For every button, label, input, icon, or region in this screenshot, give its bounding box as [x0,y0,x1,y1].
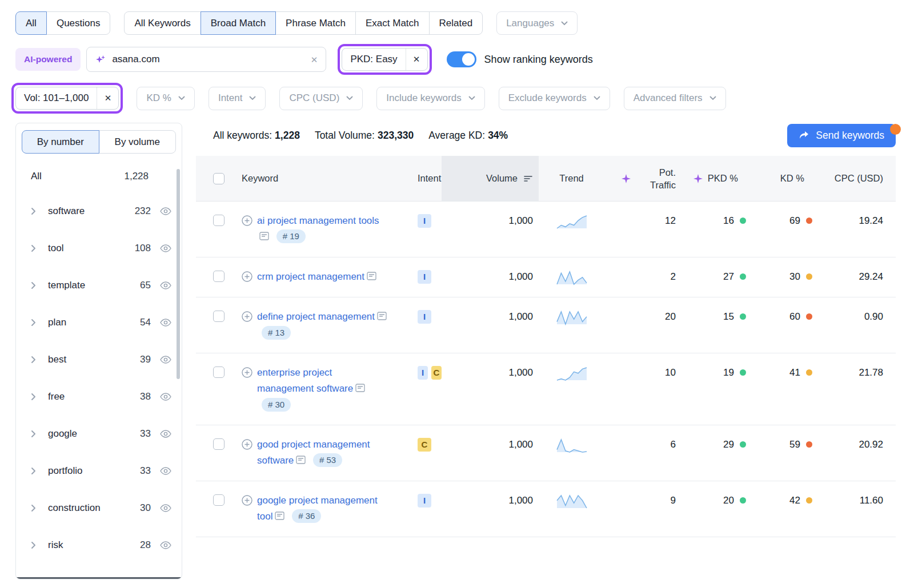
row-checkbox[interactable] [213,494,225,506]
remove-volume-filter-icon[interactable]: ✕ [97,87,118,109]
tab-broad-match[interactable]: Broad Match [201,11,276,35]
keyword-search-box[interactable]: ✕ [86,47,326,72]
add-keyword-icon[interactable] [242,495,252,525]
add-keyword-icon[interactable] [242,271,252,285]
header-pkd[interactable]: PKD % [682,156,753,201]
chevron-right-icon[interactable] [31,541,40,549]
chevron-right-icon[interactable] [31,430,40,438]
header-volume[interactable]: Volume [442,156,539,201]
add-keyword-icon[interactable] [242,311,252,341]
keyword-group-row[interactable]: software232 [16,192,182,229]
chevron-right-icon[interactable] [31,244,40,252]
eye-icon[interactable] [160,207,171,215]
send-arrow-icon [799,130,810,140]
add-keyword-icon[interactable] [242,439,252,469]
keyword-group-row[interactable]: construction30 [16,489,182,526]
chevron-right-icon[interactable] [31,504,40,512]
remove-pkd-filter-icon[interactable]: ✕ [406,49,427,70]
ranking-position-badge[interactable]: # 30 [262,398,291,412]
chevron-right-icon[interactable] [31,393,40,401]
eye-icon[interactable] [160,281,171,289]
header-trend[interactable]: Trend [539,156,604,201]
send-keywords-button[interactable]: Send keywords [787,124,896,147]
chevron-right-icon[interactable] [31,207,40,215]
chevron-right-icon[interactable] [31,467,40,475]
tab-related[interactable]: Related [429,11,483,35]
header-cpc[interactable]: CPC (USD) [821,156,896,201]
select-all-checkbox[interactable] [213,173,225,184]
intent-badge-informational[interactable]: I [418,270,431,284]
header-kd[interactable]: KD % [753,156,821,201]
eye-icon[interactable] [160,393,171,401]
eye-icon[interactable] [160,541,171,549]
intent-badge-informational[interactable]: I [418,310,431,324]
cpc-filter-dropdown[interactable]: CPC (USD) [279,87,363,110]
tab-questions[interactable]: Questions [46,11,111,35]
volume-filter-chip[interactable]: Vol: 101–1,000 ✕ [15,87,119,110]
row-checkbox[interactable] [213,367,225,378]
kd-filter-dropdown[interactable]: KD % [137,87,194,110]
tab-by-number[interactable]: By number [22,130,99,154]
keyword-link[interactable]: define project management [257,311,375,322]
keyword-group-row[interactable]: best39 [16,341,182,378]
tab-phrase-match[interactable]: Phrase Match [275,11,356,35]
exclude-keywords-dropdown[interactable]: Exclude keywords [499,87,610,110]
tab-exact-match[interactable]: Exact Match [355,11,430,35]
intent-badge-informational[interactable]: I [418,214,431,228]
ranking-position-badge[interactable]: # 36 [292,509,321,523]
header-intent[interactable]: Intent [397,156,442,201]
chevron-right-icon[interactable] [31,281,40,289]
include-keywords-dropdown[interactable]: Include keywords [376,87,484,110]
add-keyword-icon[interactable] [242,215,252,245]
keyword-link[interactable]: enterprise project management software [257,367,353,394]
advanced-filters-dropdown[interactable]: Advanced filters [624,87,726,110]
group-row-all[interactable]: All 1,228 [16,167,182,186]
search-input[interactable] [112,54,304,65]
chevron-right-icon[interactable] [31,319,40,327]
keyword-group-row[interactable]: plan54 [16,304,182,341]
keyword-group-row[interactable]: portfolio33 [16,452,182,489]
header-keyword[interactable]: Keyword [231,156,397,201]
languages-dropdown[interactable]: Languages [496,11,578,35]
show-ranking-keywords-toggle[interactable] [447,51,476,67]
sidebar-scrollbar[interactable] [177,169,180,379]
keyword-link[interactable]: crm project management [257,271,364,282]
intent-badge-informational[interactable]: I [418,366,428,380]
pkd-difficulty-dot [740,369,746,376]
ranking-position-badge[interactable]: # 53 [313,453,342,467]
group-count: 33 [140,428,151,440]
header-pot-traffic[interactable]: Pot. Traffic [604,156,682,201]
keyword-link[interactable]: ai project management tools [257,215,379,226]
keyword-groups-list: software232tool108template65plan54best39… [16,192,182,563]
intent-cell: I [397,269,442,284]
tab-all-keywords[interactable]: All Keywords [124,11,201,35]
chevron-right-icon[interactable] [31,356,40,364]
keyword-group-row[interactable]: tool108 [16,229,182,267]
tab-by-volume[interactable]: By volume [99,130,177,154]
eye-icon[interactable] [160,467,171,475]
eye-icon[interactable] [160,244,171,252]
intent-badge-commercial[interactable]: C [418,438,431,452]
keyword-group-row[interactable]: free38 [16,378,182,415]
eye-icon[interactable] [160,356,171,364]
keyword-group-row[interactable]: template65 [16,267,182,304]
tab-all[interactable]: All [15,11,47,35]
row-checkbox[interactable] [213,311,225,322]
clear-search-icon[interactable]: ✕ [311,55,318,64]
row-checkbox[interactable] [213,271,225,282]
add-keyword-icon[interactable] [242,367,252,413]
eye-icon[interactable] [160,319,171,327]
ranking-position-badge[interactable]: # 13 [262,326,291,340]
keyword-group-row[interactable]: risk28 [16,526,182,563]
keyword-group-row[interactable]: google33 [16,415,182,452]
ranking-position-badge[interactable]: # 19 [276,229,306,243]
row-checkbox[interactable] [213,215,225,226]
pkd-filter-chip[interactable]: PKD: Easy ✕ [342,48,427,71]
row-checkbox[interactable] [213,438,225,450]
intent-badge-informational[interactable]: I [418,494,431,508]
eye-icon[interactable] [160,504,171,512]
group-count: 39 [140,354,151,365]
intent-badge-commercial[interactable]: C [431,366,442,380]
intent-filter-dropdown[interactable]: Intent [209,87,266,110]
eye-icon[interactable] [160,430,171,438]
